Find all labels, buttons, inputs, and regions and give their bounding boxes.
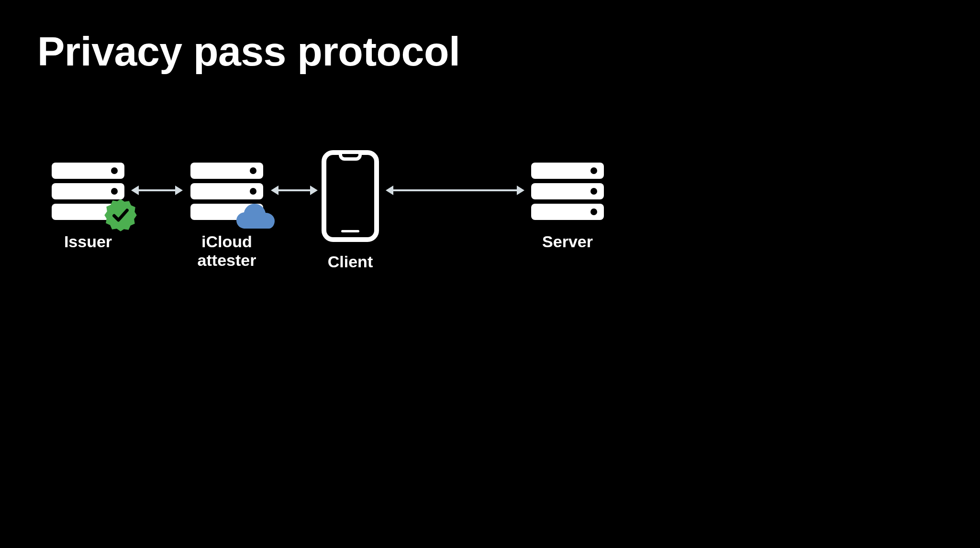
server-with-cloud-icon: [190, 163, 263, 220]
slide-title: Privacy pass protocol: [37, 28, 460, 75]
phone-icon: [322, 150, 379, 242]
node-client-label: Client: [322, 252, 379, 271]
server-icon: [531, 163, 604, 220]
node-issuer: Issuer: [52, 163, 124, 251]
protocol-diagram: Issuer iCloud attester Client: [0, 148, 980, 387]
node-server-label: Server: [531, 232, 604, 251]
arrow-issuer-attester: [138, 189, 176, 191]
cloud-icon: [234, 202, 278, 230]
node-attester-label: iCloud attester: [176, 232, 278, 270]
arrow-client-server: [392, 189, 518, 191]
node-issuer-label: Issuer: [52, 232, 124, 251]
check-badge-icon: [103, 198, 138, 232]
node-server: Server: [531, 163, 604, 251]
arrow-attester-client: [278, 189, 311, 191]
node-attester: iCloud attester: [190, 163, 263, 270]
node-client: Client: [322, 150, 379, 271]
slide: Privacy pass protocol Issuer iC: [0, 0, 980, 548]
server-with-check-badge-icon: [52, 163, 124, 220]
